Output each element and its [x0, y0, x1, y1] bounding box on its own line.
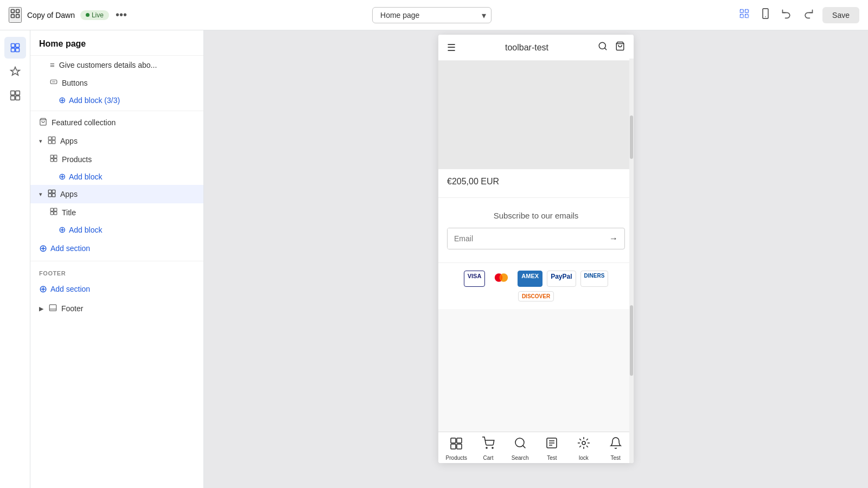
back-button[interactable] [9, 7, 22, 23]
phone-scroll[interactable]: €205,00 EUR Subscribe to our emails → VI… [438, 61, 634, 432]
svg-rect-13 [15, 48, 19, 52]
nav-test-1-label: Test [547, 455, 557, 461]
footer-arrow-icon: ▶ [39, 305, 43, 312]
redo-button[interactable] [801, 6, 816, 24]
svg-rect-35 [54, 208, 57, 211]
svg-rect-37 [54, 212, 57, 215]
apps-2-icon [48, 189, 56, 199]
nav-cart-icon [482, 436, 495, 453]
page-select[interactable]: Home page [372, 7, 492, 23]
nav-test-1[interactable]: Test [539, 436, 565, 461]
svg-rect-45 [451, 438, 456, 443]
svg-rect-17 [15, 96, 20, 100]
svg-rect-14 [10, 91, 15, 95]
nav-search[interactable]: Search [507, 436, 533, 461]
subscribe-title: Subscribe to our emails [447, 211, 625, 220]
nav-products-icon [450, 436, 463, 453]
undo-button[interactable] [779, 6, 794, 24]
add-block-apps1-button[interactable]: ⊕ Add block [30, 168, 111, 185]
buttons-label: Buttons [62, 79, 87, 87]
add-section-plus-icon: ⊕ [39, 242, 47, 254]
lines-icon: ≡ [50, 60, 55, 69]
nav-search-label: Search [512, 455, 529, 461]
svg-rect-10 [11, 44, 15, 48]
topbar-center: Home page [133, 7, 730, 23]
title-icon [50, 208, 58, 217]
footer-add-section-button[interactable]: ⊕ Add section [30, 279, 99, 299]
svg-point-50 [492, 447, 493, 448]
sidebar-scroll: ≡ Give customers details abo... Buttons … [30, 56, 203, 488]
sidebar-item-footer[interactable]: ▶ Footer [30, 299, 203, 318]
topbar-actions: Save [737, 6, 859, 24]
apps-2-label: Apps [60, 190, 78, 198]
nav-lock-icon [577, 436, 590, 453]
nav-test-2-label: Test [610, 455, 620, 461]
svg-rect-31 [52, 190, 55, 193]
svg-point-57 [582, 441, 585, 445]
footer-add-section-label: Add section [50, 285, 90, 293]
live-dot [86, 13, 90, 17]
save-button[interactable]: Save [822, 7, 859, 23]
footer-icon [49, 304, 57, 313]
more-menu-button[interactable]: ••• [116, 9, 127, 21]
email-arrow-button[interactable]: → [603, 228, 624, 249]
apps-1-icon [48, 136, 56, 146]
buttons-icon [50, 78, 58, 87]
live-label: Live [92, 11, 104, 19]
add-block-apps2-button[interactable]: ⊕ Add block [30, 221, 111, 238]
phone-menu-icon[interactable]: ☰ [447, 42, 456, 54]
svg-rect-33 [52, 194, 55, 197]
add-block-apps1-label: Add block [69, 172, 102, 181]
add-section-button[interactable]: ⊕ Add section [30, 238, 99, 259]
grid-view-button[interactable] [737, 6, 752, 24]
svg-rect-11 [15, 44, 19, 48]
svg-rect-26 [50, 155, 53, 158]
svg-rect-2 [11, 15, 15, 18]
svg-rect-47 [451, 444, 456, 449]
sidebar-item-buttons[interactable]: Buttons [30, 74, 203, 92]
paypal-icon: PayPal [547, 271, 576, 287]
nav-lock[interactable]: lock [571, 436, 597, 461]
svg-rect-27 [54, 155, 57, 158]
sidebar-item-apps-2[interactable]: ▾ Apps [30, 185, 203, 203]
svg-rect-15 [15, 91, 20, 95]
store-name: Copy of Dawn [27, 11, 75, 20]
live-badge: Live [80, 10, 109, 20]
nav-products-label: Products [446, 455, 467, 461]
svg-rect-3 [16, 15, 20, 18]
phone-topbar: ☰ toolbar-test [438, 35, 634, 61]
add-block-apps2-plus-icon: ⊕ [59, 224, 66, 235]
side-icons [0, 30, 30, 488]
nav-products[interactable]: Products [443, 436, 469, 461]
phone-frame: ☰ toolbar-test €205,00 EUR [438, 35, 634, 463]
sidebar-item-featured-collection[interactable]: Featured collection [30, 113, 203, 132]
svg-point-9 [765, 16, 766, 17]
add-block-3-button[interactable]: ⊕ Add block (3/3) [30, 92, 129, 108]
nav-cart[interactable]: Cart [475, 436, 501, 461]
apps-icon-button[interactable] [4, 85, 26, 106]
svg-rect-16 [10, 96, 15, 100]
nav-cart-label: Cart [483, 455, 494, 461]
preview-area: ☰ toolbar-test €205,00 EUR [204, 30, 868, 488]
email-input[interactable] [448, 228, 603, 249]
sidebar-item-apps-1[interactable]: ▾ Apps [30, 132, 203, 150]
svg-rect-36 [50, 212, 53, 215]
svg-rect-1 [16, 10, 20, 13]
sidebar-item-give-customers[interactable]: ≡ Give customers details abo... [30, 56, 203, 74]
nav-test-2[interactable]: Test [603, 436, 629, 461]
svg-rect-46 [457, 438, 462, 443]
sections-icon-button[interactable] [4, 37, 26, 59]
sidebar-item-products[interactable]: Products [30, 150, 203, 168]
page-select-wrap: Home page [372, 7, 492, 23]
nav-lock-label: lock [579, 455, 589, 461]
phone-cart-icon[interactable] [615, 41, 625, 54]
svg-rect-6 [741, 15, 744, 18]
scroll-thumb-bottom [630, 305, 633, 376]
nav-test-2-icon [609, 436, 622, 453]
mastercard-icon [489, 271, 513, 287]
theme-icon-button[interactable] [4, 61, 26, 82]
sidebar-item-title[interactable]: Title [30, 203, 203, 221]
mobile-view-button[interactable] [758, 6, 773, 24]
svg-rect-12 [11, 48, 15, 52]
phone-search-icon[interactable] [598, 41, 608, 54]
